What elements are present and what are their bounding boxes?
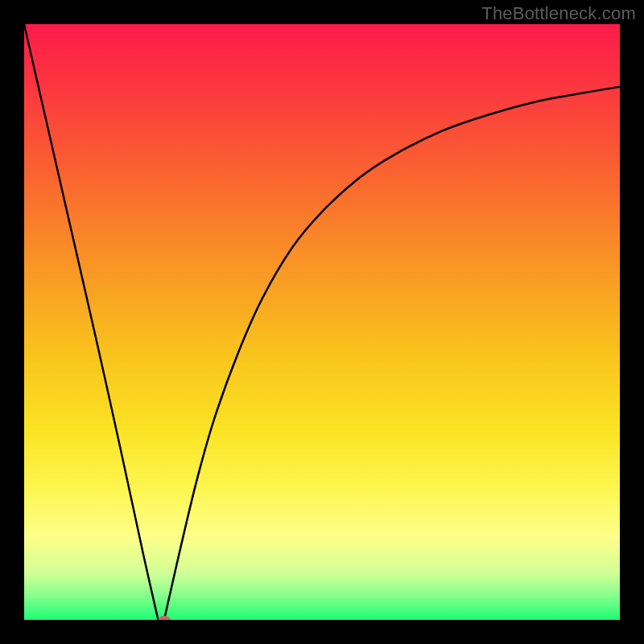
chart-container: TheBottleneck.com	[0, 0, 644, 644]
chart-svg	[24, 24, 620, 620]
minimum-marker	[158, 616, 170, 620]
gradient-background	[24, 24, 620, 620]
watermark-text: TheBottleneck.com	[481, 3, 636, 24]
plot-area	[24, 24, 620, 620]
